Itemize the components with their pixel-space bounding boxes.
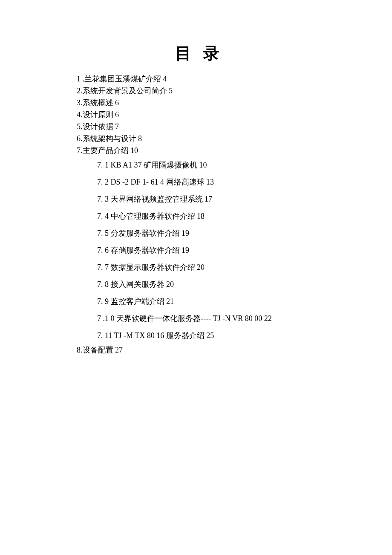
toc-subentry: 7. 11 TJ -M TX 80 16 服务器介绍 25 (77, 327, 317, 344)
toc-entry: 4.设计原则 6 (77, 109, 317, 121)
toc-subentry: 7. 8 接入网关服务器 20 (77, 276, 317, 293)
toc-entry: 8.设备配置 27 (77, 344, 317, 356)
document-page: 目录 1 .兰花集团玉溪煤矿介绍 4 2.系统开发背景及公司简介 5 3.系统概… (0, 0, 392, 356)
toc-subentry: 7. 6 存储服务器软件介绍 19 (77, 242, 317, 259)
toc-subentry: 7. 1 KB A1 37 矿用隔爆摄像机 10 (77, 156, 317, 173)
title-char-right: 录 (203, 44, 219, 62)
toc-title: 目录 (77, 43, 317, 64)
title-char-left: 目 (175, 44, 191, 62)
toc-subentry: 7. 7 数据显示服务器软件介绍 20 (77, 259, 317, 276)
toc-entry: 7.主要产品介绍 10 (77, 145, 317, 156)
toc-subentry: 7. 4 中心管理服务器软件介绍 18 (77, 208, 317, 225)
toc-entry: 2.系统开发背景及公司简介 5 (77, 85, 317, 97)
toc-entry: 6.系统架构与设计 8 (77, 133, 317, 145)
toc-entry: 1 .兰花集团玉溪煤矿介绍 4 (77, 73, 317, 85)
toc-subentry: 7. 2 DS -2 DF 1- 61 4 网络高速球 13 (77, 173, 317, 191)
toc-subentry: 7 .1 0 天界软硬件一体化服务器---- TJ -N VR 80 00 22 (77, 310, 317, 327)
toc-entry: 3.系统概述 6 (77, 97, 317, 109)
toc-subentry: 7. 5 分发服务器软件介绍 19 (77, 225, 317, 242)
toc-subentry: 7. 9 监控客户端介绍 21 (77, 293, 317, 310)
toc-entry: 5.设计依据 7 (77, 121, 317, 133)
toc-subentry: 7. 3 天界网络视频监控管理系统 17 (77, 191, 317, 208)
